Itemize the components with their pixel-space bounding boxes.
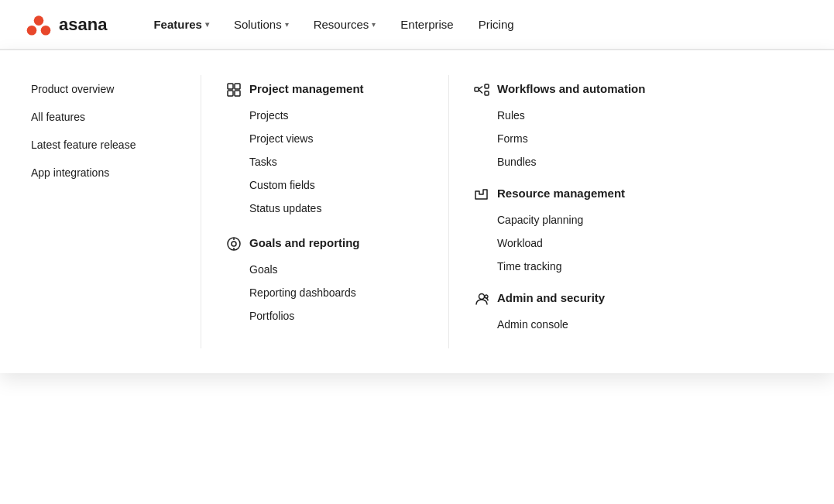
resource-management-title: Resource management — [497, 186, 625, 201]
workflows-automation-icon — [474, 82, 489, 98]
goals-reporting-icon — [226, 236, 242, 252]
svg-rect-6 — [235, 91, 240, 96]
time-tracking-link[interactable]: Time tracking — [497, 255, 803, 278]
goals-link[interactable]: Goals — [249, 258, 424, 281]
project-management-items: Projects Project views Tasks Custom fiel… — [249, 104, 424, 220]
right-column: Workflows and automation Rules Forms Bun… — [449, 75, 803, 348]
svg-rect-9 — [475, 87, 479, 91]
rules-link[interactable]: Rules — [497, 104, 803, 127]
middle-column: Project management Projects Project view… — [201, 75, 449, 348]
app-integrations-link[interactable]: App integrations — [31, 159, 182, 187]
nav-enterprise-label: Enterprise — [400, 18, 453, 31]
bundles-link[interactable]: Bundles — [497, 150, 803, 173]
admin-security-icon — [474, 291, 489, 307]
tasks-link[interactable]: Tasks — [249, 150, 424, 173]
workflows-title: Workflows and automation — [497, 81, 645, 97]
capacity-planning-link[interactable]: Capacity planning — [497, 208, 803, 231]
solutions-chevron-icon: ▾ — [285, 20, 289, 29]
goals-title: Goals and reporting — [249, 235, 360, 251]
admin-security-title: Admin and security — [497, 290, 605, 306]
nav-solutions[interactable]: Solutions ▾ — [225, 12, 298, 37]
goals-items: Goals Reporting dashboards Portfolios — [249, 258, 424, 327]
workload-link[interactable]: Workload — [497, 231, 803, 255]
latest-feature-release-link[interactable]: Latest feature release — [31, 131, 182, 159]
workflows-section-header: Workflows and automation — [474, 81, 803, 98]
logo[interactable]: asana — [25, 11, 107, 39]
svg-rect-10 — [485, 84, 489, 88]
portfolios-link[interactable]: Portfolios — [249, 304, 424, 327]
logo-text: asana — [59, 15, 107, 35]
svg-point-12 — [479, 294, 485, 300]
svg-point-0 — [34, 15, 44, 26]
nav-features-label: Features — [153, 18, 202, 31]
resource-items: Capacity planning Workload Time tracking — [497, 208, 803, 278]
nav-items: Features ▾ Solutions ▾ Resources ▾ Enter… — [144, 12, 523, 37]
svg-point-1 — [27, 25, 37, 35]
nav-solutions-label: Solutions — [234, 18, 282, 31]
all-features-link[interactable]: All features — [31, 103, 182, 131]
nav-features[interactable]: Features ▾ — [144, 12, 218, 37]
workflows-items: Rules Forms Bundles — [497, 104, 803, 173]
admin-section-header: Admin and security — [474, 290, 803, 307]
projects-link[interactable]: Projects — [249, 104, 424, 127]
project-management-icon — [226, 82, 242, 98]
resources-chevron-icon: ▾ — [372, 20, 376, 29]
svg-rect-4 — [235, 84, 240, 89]
features-chevron-icon: ▾ — [205, 20, 209, 29]
admin-console-link[interactable]: Admin console — [497, 313, 803, 336]
forms-link[interactable]: Forms — [497, 127, 803, 150]
nav-pricing[interactable]: Pricing — [469, 12, 523, 37]
svg-rect-11 — [485, 91, 489, 95]
features-dropdown: Product overview All features Latest fea… — [0, 50, 834, 373]
logo-icon — [25, 11, 53, 39]
resource-section-header: Resource management — [474, 186, 803, 202]
nav-pricing-label: Pricing — [479, 18, 514, 31]
project-views-link[interactable]: Project views — [249, 127, 424, 150]
custom-fields-link[interactable]: Custom fields — [249, 173, 424, 197]
navbar: asana Features ▾ Solutions ▾ Resources ▾… — [0, 0, 834, 50]
goals-section-header: Goals and reporting — [226, 235, 424, 252]
svg-rect-3 — [228, 84, 233, 89]
nav-resources-label: Resources — [314, 18, 369, 31]
left-column: Product overview All features Latest fea… — [31, 75, 201, 348]
svg-rect-5 — [228, 91, 233, 96]
resource-management-icon — [474, 187, 489, 202]
admin-items: Admin console — [497, 313, 803, 336]
nav-resources[interactable]: Resources ▾ — [304, 12, 386, 37]
svg-point-2 — [41, 25, 51, 35]
project-management-section-header: Project management — [226, 81, 424, 98]
product-overview-link[interactable]: Product overview — [31, 75, 182, 103]
svg-point-8 — [232, 242, 236, 246]
nav-enterprise[interactable]: Enterprise — [391, 12, 462, 37]
reporting-dashboards-link[interactable]: Reporting dashboards — [249, 281, 424, 304]
status-updates-link[interactable]: Status updates — [249, 197, 424, 220]
svg-point-13 — [485, 295, 488, 298]
project-management-title: Project management — [249, 81, 364, 97]
